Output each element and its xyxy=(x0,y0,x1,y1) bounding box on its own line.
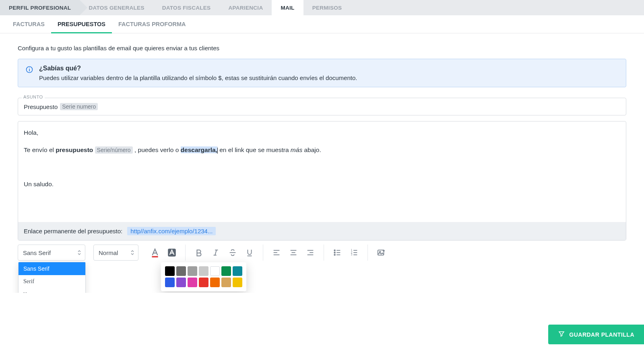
svg-point-21 xyxy=(334,254,335,255)
color-swatch[interactable] xyxy=(165,278,175,287)
subject-label: ASUNTO xyxy=(22,95,45,99)
svg-line-7 xyxy=(215,250,217,255)
align-center-button[interactable] xyxy=(285,245,302,261)
tab-permisos[interactable]: PERMISOS xyxy=(303,0,351,15)
color-swatch[interactable] xyxy=(210,278,220,287)
color-swatch[interactable] xyxy=(233,278,242,287)
permalink-row: Enlace permanente del presupuesto: http/… xyxy=(18,222,626,240)
color-swatch[interactable] xyxy=(165,266,175,276)
background-color-button[interactable] xyxy=(163,245,180,261)
chevron-updown-icon xyxy=(77,249,82,256)
color-swatch[interactable] xyxy=(233,266,242,276)
color-swatch[interactable] xyxy=(221,266,231,276)
svg-text:3: 3 xyxy=(351,253,353,256)
tab-mail[interactable]: MAIL xyxy=(272,0,303,15)
insert-image-button[interactable] xyxy=(373,245,390,261)
font-option-monospace[interactable]: Monospace xyxy=(19,288,85,293)
text-color-button[interactable] xyxy=(147,245,163,261)
svg-point-19 xyxy=(334,250,335,251)
svg-point-20 xyxy=(334,252,335,253)
editor-toolbar: Sans Serif Sans Serif Serif Monospace No… xyxy=(18,241,626,261)
body-greeting: Hola, xyxy=(24,128,620,138)
strikethrough-button[interactable] xyxy=(224,245,241,261)
color-swatch[interactable] xyxy=(176,266,186,276)
subject-input[interactable]: Presupuesto Serie numero xyxy=(18,98,626,115)
svg-rect-3 xyxy=(152,256,158,257)
color-swatch[interactable] xyxy=(188,266,197,276)
color-swatch[interactable] xyxy=(188,278,197,287)
ordered-list-button[interactable]: 123 xyxy=(346,245,363,261)
info-text: Puedes utilizar variables dentro de la p… xyxy=(39,74,357,81)
tab-apariencia[interactable]: APARIENCIA xyxy=(219,0,272,15)
bold-button[interactable] xyxy=(190,245,207,261)
text-caret xyxy=(217,148,218,154)
permalink-url[interactable]: http//anfix.com/ejemplo/1234... xyxy=(127,227,216,235)
body-variable-chip[interactable]: Serie/número xyxy=(95,146,133,154)
body-signoff: Un saludo. xyxy=(24,179,620,189)
subject-prefix: Presupuesto xyxy=(24,103,58,110)
body-line2: Te envío el presupuesto Serie/número , p… xyxy=(24,145,620,155)
color-swatch[interactable] xyxy=(176,278,186,287)
tab-perfil-profesional[interactable]: PERFIL PROFESIONAL xyxy=(0,0,80,15)
chevron-updown-icon xyxy=(130,249,135,256)
subtab-facturas[interactable]: FACTURAS xyxy=(6,15,51,33)
sub-tabs: FACTURAS PRESUPUESTOS FACTURAS PROFORMA xyxy=(0,15,644,33)
main-tabs: PERFIL PROFESIONAL DATOS GENERALES DATOS… xyxy=(0,0,644,15)
subject-field: ASUNTO Presupuesto Serie numero xyxy=(18,98,626,115)
font-option-serif[interactable]: Serif xyxy=(19,275,85,288)
color-palette-popup xyxy=(161,262,246,291)
font-option-sans-serif[interactable]: Sans Serif xyxy=(19,262,85,275)
align-left-button[interactable] xyxy=(268,245,285,261)
tab-datos-generales[interactable]: DATOS GENERALES xyxy=(80,0,153,15)
underline-button[interactable] xyxy=(241,245,258,261)
align-right-button[interactable] xyxy=(302,245,319,261)
color-swatch[interactable] xyxy=(210,266,220,276)
subject-variable-chip[interactable]: Serie numero xyxy=(60,103,98,110)
intro-text: Configura a tu gusto las plantillas de e… xyxy=(18,45,626,51)
bullet-list-button[interactable] xyxy=(329,245,346,261)
subtab-facturas-proforma[interactable]: FACTURAS PROFORMA xyxy=(112,15,192,33)
svg-point-2 xyxy=(29,68,30,68)
selected-text: descargarla, xyxy=(181,146,217,153)
info-icon xyxy=(25,66,33,74)
editor: Hola, Te envío el presupuesto Serie/núme… xyxy=(18,121,626,241)
subtab-presupuestos[interactable]: PRESUPUESTOS xyxy=(51,15,112,33)
editor-body[interactable]: Hola, Te envío el presupuesto Serie/núme… xyxy=(18,121,626,222)
permalink-label: Enlace permanente del presupuesto: xyxy=(24,228,122,234)
info-title: ¿Sabías qué? xyxy=(39,65,357,72)
font-family-dropdown: Sans Serif Serif Monospace xyxy=(18,262,86,293)
tab-datos-fiscales[interactable]: DATOS FISCALES xyxy=(153,0,220,15)
font-family-select[interactable]: Sans Serif Sans Serif Serif Monospace xyxy=(18,245,85,261)
color-swatch[interactable] xyxy=(221,278,231,287)
info-box: ¿Sabías qué? Puedes utilizar variables d… xyxy=(18,59,626,87)
heading-select[interactable]: Normal xyxy=(93,245,138,261)
italic-button[interactable] xyxy=(207,245,224,261)
color-swatch[interactable] xyxy=(199,278,208,287)
color-swatch[interactable] xyxy=(199,266,208,276)
